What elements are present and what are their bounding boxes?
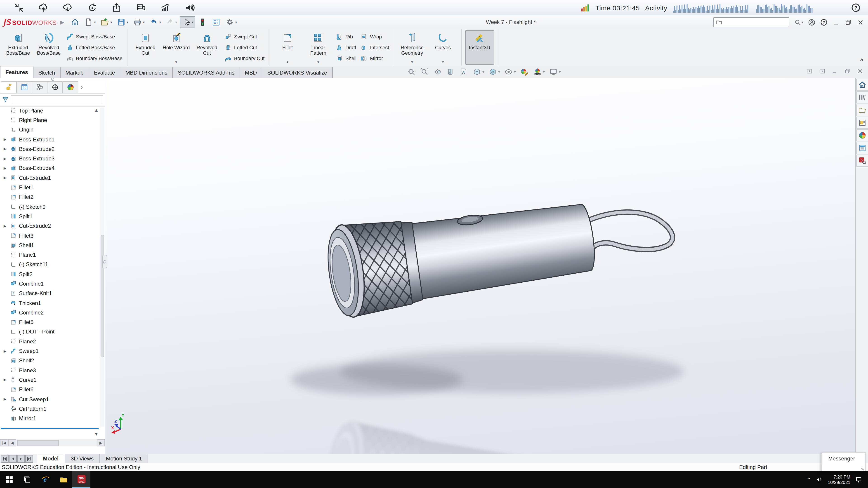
tree-item-fillet6[interactable]: Fillet6 xyxy=(0,385,100,394)
view-orientation-button[interactable]: ▾ xyxy=(472,67,484,76)
taskbar-task-view-button[interactable] xyxy=(18,471,36,488)
expand-arrow-icon[interactable]: ▶ xyxy=(0,176,8,180)
curves-button[interactable]: Curves▾ xyxy=(428,30,457,65)
task-pane-design-library-button[interactable] xyxy=(856,91,868,103)
tray-expand-chevron-icon[interactable]: ⌃ xyxy=(807,477,811,483)
zoom-fit-button[interactable] xyxy=(407,67,416,76)
hscroll-first-button[interactable]: |◀ xyxy=(0,439,8,447)
select-button[interactable]: ▾ xyxy=(180,16,195,28)
prev-tab-button[interactable] xyxy=(9,455,17,462)
expand-arrow-icon[interactable]: ▶ xyxy=(0,349,8,353)
hscroll-thumb[interactable] xyxy=(17,440,59,446)
hole-wizard-button[interactable]: Hole Wizard▾ xyxy=(162,30,191,65)
cloud-upload-icon[interactable] xyxy=(38,2,49,13)
redo-dropdown-caret-icon[interactable]: ▾ xyxy=(176,20,177,24)
open-dropdown-caret-icon[interactable]: ▾ xyxy=(110,20,112,24)
expand-arrow-icon[interactable]: ▶ xyxy=(0,137,8,141)
taskbar-file-explorer-button[interactable] xyxy=(54,471,72,488)
tree-item-combine1[interactable]: Combine1 xyxy=(0,279,100,289)
tab-solidworks-add-ins[interactable]: SOLIDWORKS Add-Ins xyxy=(172,67,240,78)
search-input[interactable] xyxy=(713,17,789,27)
feature-manager-tab-dimxpert[interactable] xyxy=(47,81,63,93)
hide-show-items-button[interactable]: ▾ xyxy=(504,67,516,76)
linear-pattern-button[interactable]: Linear Pattern▾ xyxy=(304,30,333,65)
tab-markup[interactable]: Markup xyxy=(60,67,89,78)
session-restart-icon[interactable] xyxy=(87,2,98,13)
options-list-button[interactable] xyxy=(210,16,222,28)
expand-arrow-icon[interactable]: ▶ xyxy=(0,224,8,228)
settings-dropdown-caret-icon[interactable]: ▾ xyxy=(235,20,237,24)
taskbar-clock[interactable]: 7:20 PM 10/29/2021 xyxy=(828,474,850,485)
tree-item-cut-extrude2[interactable]: ▶Cut-Extrude2 xyxy=(0,221,100,231)
stats-icon[interactable] xyxy=(160,2,171,13)
tree-item-fillet1[interactable]: Fillet1 xyxy=(0,183,100,193)
share-icon[interactable] xyxy=(111,2,122,13)
edit-appearance-button[interactable] xyxy=(520,67,529,76)
rebuild-button[interactable] xyxy=(196,16,209,28)
tree-item-sweep1[interactable]: ▶Sweep1 xyxy=(0,346,100,356)
previous-document-button[interactable] xyxy=(806,68,813,74)
messenger-popup[interactable]: Messenger ✎ xyxy=(822,452,866,471)
extruded-cut-button[interactable]: Extruded Cut xyxy=(131,30,160,65)
tree-item-boss-extrude2[interactable]: ▶Boss-Extrude2 xyxy=(0,144,100,154)
tree-item-plane1[interactable]: Plane1 xyxy=(0,250,100,260)
zoom-area-button[interactable] xyxy=(420,67,429,76)
tree-item-right-plane[interactable]: Right Plane xyxy=(0,116,100,125)
panel-collapse-handle[interactable] xyxy=(0,78,105,81)
wrap-button[interactable]: Wrap xyxy=(360,32,389,41)
tree-item-plane3[interactable]: Plane3 xyxy=(0,365,100,375)
document-close-button[interactable] xyxy=(857,68,864,74)
linear-pattern-dropdown-caret-icon[interactable]: ▾ xyxy=(317,60,319,64)
help-icon[interactable]: ? xyxy=(820,18,828,26)
tray-volume-icon[interactable] xyxy=(815,476,823,484)
swept-cut-button[interactable]: Swept Cut xyxy=(224,32,265,41)
filter-input[interactable] xyxy=(11,95,103,104)
action-center-icon[interactable] xyxy=(855,476,863,484)
last-tab-button[interactable] xyxy=(25,455,33,462)
previous-view-button[interactable] xyxy=(433,67,442,76)
tree-scroll-up-icon[interactable]: ▲ xyxy=(94,107,98,112)
tree-item-shell2[interactable]: Shell2 xyxy=(0,356,100,365)
taskbar-internet-explorer-button[interactable]: e xyxy=(36,471,54,488)
tab-sketch[interactable]: Sketch xyxy=(33,67,60,78)
next-document-button[interactable] xyxy=(819,68,826,74)
tree-item--dot-point[interactable]: (-) DOT - Point xyxy=(0,327,100,337)
tree-item--sketch11[interactable]: (-) Sketch11 xyxy=(0,260,100,269)
task-pane-solidworks-resources-button[interactable]: S xyxy=(856,155,868,167)
tree-item-curve1[interactable]: ▶Curve1 xyxy=(0,375,100,385)
rollback-bar[interactable] xyxy=(1,428,98,429)
new-document-button[interactable]: ▾ xyxy=(82,16,98,28)
fillet-dropdown-caret-icon[interactable]: ▾ xyxy=(287,60,288,64)
document-restore-button[interactable] xyxy=(844,68,851,74)
tab-solidworks-visualize[interactable]: SOLIDWORKS Visualize xyxy=(262,67,333,78)
graphics-viewport[interactable]: Y X Z xyxy=(105,78,856,454)
fillet-button[interactable]: Fillet▾ xyxy=(273,30,302,65)
intersect-button[interactable]: Intersect xyxy=(360,43,389,52)
cloud-download-icon[interactable] xyxy=(62,2,73,13)
task-pane-file-explorer-button[interactable] xyxy=(856,104,868,116)
next-tab-button[interactable] xyxy=(17,455,25,462)
tree-item-fillet2[interactable]: Fillet2 xyxy=(0,192,100,202)
feature-manager-tab-display-manager[interactable] xyxy=(62,81,78,93)
task-pane-home-button[interactable] xyxy=(856,78,868,91)
bottom-tab-model[interactable]: Model xyxy=(37,454,65,463)
panel-splitter-handle[interactable] xyxy=(102,255,107,268)
filter-funnel-icon[interactable] xyxy=(2,96,9,103)
view-orientation-dropdown-caret-icon[interactable]: ▾ xyxy=(483,70,484,74)
save-dropdown-caret-icon[interactable]: ▾ xyxy=(127,20,128,24)
taskbar-start-button[interactable] xyxy=(0,471,18,488)
select-dropdown-caret-icon[interactable]: ▾ xyxy=(192,20,193,24)
tree-item-surface-knit1[interactable]: Surface-Knit1 xyxy=(0,289,100,298)
reference-geometry-button[interactable]: Reference Geometry▾ xyxy=(398,30,427,65)
lofted-cut-button[interactable]: Lofted Cut xyxy=(224,43,265,52)
menu-expand-arrow-icon[interactable]: ▶ xyxy=(60,19,64,25)
home-button[interactable] xyxy=(69,16,81,28)
tree-item-split1[interactable]: Split1 xyxy=(0,212,100,221)
expand-arrow-icon[interactable]: ▶ xyxy=(0,157,8,161)
shell-button[interactable]: Shell xyxy=(336,54,356,63)
tab-features[interactable]: Features xyxy=(0,66,33,78)
save-button[interactable]: ▾ xyxy=(115,16,130,28)
draft-button[interactable]: Draft xyxy=(336,43,356,52)
hscroll-right-button[interactable]: ▶ xyxy=(97,439,105,447)
print-dropdown-caret-icon[interactable]: ▾ xyxy=(143,20,145,24)
